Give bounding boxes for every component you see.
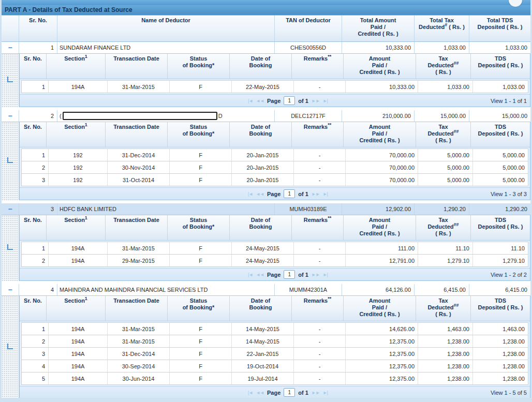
txn-status: F (170, 81, 232, 93)
deductor-block: − 2 ( D DELC12717F 210,000.00 15,000.00 … (2, 110, 530, 200)
subheader-tax-deducted: Tax Deducted## ( Rs. ) (416, 54, 471, 79)
txn-section: 192 (49, 174, 108, 186)
txn-booking-date: 24-May-2015 (232, 242, 294, 254)
page-of-label: of 1 (298, 191, 308, 197)
prev-page-icon[interactable]: ◄◄ (256, 272, 264, 277)
first-page-icon[interactable]: |◄ (248, 390, 253, 395)
subheader-remarks: Remarks** (292, 54, 344, 79)
txn-section: 194A (49, 360, 108, 372)
txn-section: 192 (49, 149, 108, 161)
txn-booking-date: 20-Jan-2015 (232, 161, 294, 173)
transactions-subgrid: Sr. No. Section1 Transaction Date Status… (2, 122, 530, 200)
page-label: Page (267, 98, 280, 104)
subheader-amount-paid: Amount Paid / Credited ( Rs. ) (344, 296, 416, 321)
subgrid-elbow-icon (7, 244, 13, 250)
txn-amount: 70,000.00 (346, 174, 418, 186)
txn-section: 194A (49, 255, 108, 266)
collapse-icon[interactable]: − (2, 206, 19, 212)
deductor-total-amount: 210,000.00 (342, 110, 415, 122)
subheader-date-of-booking: Date of Booking (230, 54, 292, 79)
txn-status: F (170, 161, 232, 173)
subheader-sr-no: Sr. No. (20, 215, 47, 240)
subheader-section: Section1 (47, 215, 106, 240)
txn-sr-no: 3 (22, 348, 49, 360)
deductor-blocks: − 1 SUNDARAM FINANCE LTD CHES00556D 10,3… (2, 42, 530, 399)
view-range-label: View 1 - 1 of 1 (491, 98, 527, 104)
subheader-amount-paid: Amount Paid / Credited ( Rs. ) (344, 54, 416, 79)
subheader-transaction-date: Transaction Date (106, 215, 168, 240)
txn-amount: 12,375.00 (346, 335, 418, 347)
txn-section: 194A (49, 323, 108, 335)
txn-transaction-date: 31-Mar-2015 (108, 323, 170, 335)
collapse-icon[interactable]: − (2, 45, 19, 50)
transactions-subgrid: Sr. No. Section1 Transaction Date Status… (2, 54, 530, 107)
last-page-icon[interactable]: ►| (323, 390, 328, 395)
txn-amount: 12,375.00 (346, 348, 418, 360)
txn-transaction-date: 31-Dec-2014 (108, 348, 170, 360)
first-page-icon[interactable]: |◄ (248, 98, 253, 103)
deductor-name: SUNDARAM FINANCE LTD (57, 42, 275, 53)
main-table-header: Sr. No. Name of Deductor TAN of Deductor… (2, 15, 530, 42)
deductor-summary-row: − 1 SUNDARAM FINANCE LTD CHES00556D 10,3… (2, 42, 530, 54)
txn-booking-date: 14-May-2015 (232, 335, 294, 347)
next-page-icon[interactable]: ►► (312, 98, 320, 103)
txn-sr-no: 1 (22, 149, 49, 161)
part-a-tds-panel: PART A - Details of Tax Deducted at Sour… (0, 0, 532, 402)
prev-page-icon[interactable]: ◄◄ (256, 390, 264, 395)
txn-tds: 11.10 (473, 242, 528, 254)
next-page-icon[interactable]: ►► (312, 272, 320, 277)
txn-remarks: - (294, 373, 346, 384)
page-of-label: of 1 (298, 98, 308, 104)
page-number-input[interactable] (284, 189, 295, 198)
prev-page-icon[interactable]: ◄◄ (256, 98, 264, 103)
subheader-status-of-booking: Status of Booking* (168, 54, 230, 79)
subrows: 1 194A 31-Mar-2015 F 24-May-2015 - 111.0… (20, 241, 530, 268)
deductor-total-tds: 1,290.20 (469, 203, 530, 215)
page-number-input[interactable] (284, 270, 295, 279)
subheader-tds-deposited: TDS Deposited ( Rs. ) (471, 122, 530, 147)
txn-transaction-date: 31-Dec-2014 (108, 149, 170, 161)
first-page-icon[interactable]: |◄ (248, 191, 253, 197)
txn-tds: 1,238.00 (473, 373, 528, 384)
txn-transaction-date: 31-Mar-2015 (108, 81, 170, 93)
txn-remarks: - (294, 323, 346, 335)
txn-tds: 1,238.00 (473, 348, 528, 360)
transaction-row: 3 192 31-Oct-2014 F 20-Jan-2015 - 70,000… (21, 174, 528, 186)
txn-tax: 1,238.00 (418, 348, 473, 360)
last-page-icon[interactable]: ►| (323, 272, 328, 277)
deductor-block: − 1 SUNDARAM FINANCE LTD CHES00556D 10,3… (2, 42, 530, 107)
subgrid-elbow-icon (7, 157, 13, 163)
page-number-input[interactable] (284, 96, 295, 105)
txn-tax: 1,238.00 (418, 360, 473, 372)
last-page-icon[interactable]: ►| (323, 191, 328, 197)
transactions-subgrid: Sr. No. Section1 Transaction Date Status… (2, 215, 530, 281)
last-page-icon[interactable]: ►| (323, 98, 328, 103)
next-page-icon[interactable]: ►► (312, 191, 320, 197)
deductor-summary-row: − 4 MAHINDRA AND MAHINDRA FINANCIAL SERV… (2, 284, 530, 296)
collapse-icon[interactable]: − (2, 287, 19, 292)
txn-status: F (170, 323, 232, 335)
subheader-status-of-booking: Status of Booking* (168, 122, 230, 147)
first-page-icon[interactable]: |◄ (248, 272, 253, 277)
subheader-amount-paid: Amount Paid / Credited ( Rs. ) (344, 215, 416, 240)
page-number-input[interactable] (284, 388, 295, 397)
transaction-row: 4 194A 30-Sep-2014 F 19-Oct-2014 - 12,37… (21, 360, 528, 373)
deductor-tan: DELC12717F (275, 110, 342, 122)
transaction-row: 2 194A 29-Mar-2015 F 24-May-2015 - 12,79… (21, 255, 528, 267)
txn-booking-date: 19-Jul-2014 (232, 373, 294, 384)
transaction-row: 1 194A 31-Mar-2015 F 22-May-2015 - 10,33… (21, 80, 528, 93)
subheader-tds-deposited: TDS Deposited ( Rs. ) (471, 54, 530, 79)
next-page-icon[interactable]: ►► (312, 390, 320, 395)
txn-sr-no: 1 (22, 81, 49, 93)
txn-remarks: - (294, 81, 346, 93)
txn-transaction-date: 31-Oct-2014 (108, 174, 170, 186)
txn-status: F (170, 174, 232, 186)
collapse-icon[interactable]: − (2, 113, 19, 118)
prev-page-icon[interactable]: ◄◄ (256, 191, 264, 197)
txn-booking-date: 20-Jan-2015 (232, 174, 294, 186)
subheader-transaction-date: Transaction Date (106, 122, 168, 147)
txn-tds: 1,033.00 (473, 81, 528, 93)
subheader-remarks: Remarks** (292, 215, 344, 240)
transaction-row: 2 194A 31-Mar-2015 F 14-May-2015 - 12,37… (21, 335, 528, 348)
txn-remarks: - (294, 242, 346, 254)
